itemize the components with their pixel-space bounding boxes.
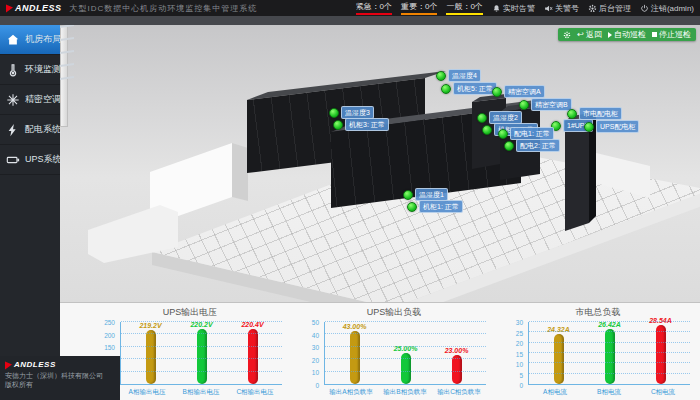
status-ok-dot-icon [477,113,487,123]
brand-logo-icon [5,360,12,369]
status-ok-dot-icon [441,84,451,94]
company-name: 安德力士（深圳）科技有限公司 [5,371,116,380]
battery-icon [6,153,20,167]
device-label-text: 精密空调B [531,98,572,111]
brand-logo-text: ANDLESS [15,3,62,13]
status-ok-dot-icon [567,109,577,119]
status-ok-dot-icon [498,129,508,139]
speaker-mute-icon [544,4,553,13]
status-ok-dot-icon [333,120,343,130]
home-icon [6,33,20,47]
bell-icon [492,4,501,13]
alarm-counter-minor[interactable]: 一般：0个 [446,1,482,15]
header-subbar [0,16,700,25]
sidebar-item-environment[interactable]: 环境监测 [0,55,60,85]
status-ok-dot-icon [519,100,529,110]
device-label-text: 机柜5: 正常 [453,82,497,95]
status-ok-dot-icon [504,141,514,151]
device-label[interactable]: 温湿度4 [436,69,481,82]
brand-logo: ANDLESS [6,3,62,13]
status-ok-dot-icon [436,71,446,81]
status-ok-dot-icon [482,125,492,135]
sidebar-nav: 机房布局 环境监测 精密空调 配电系统 UPS系统 [0,25,60,400]
sidebar-item-ups-system[interactable]: UPS系统 [0,145,60,175]
device-label[interactable]: 机柜5: 正常 [441,82,497,95]
device-label[interactable]: 市电配电柜 [567,107,622,120]
bolt-icon [6,123,20,137]
thermometer-icon [6,63,20,77]
status-ok-dot-icon [584,122,594,132]
menu-mute-alarm[interactable]: 关警号 [544,3,579,14]
footer-logo-text: ANDLESS [14,360,56,369]
menu-logout[interactable]: 注销(admin) [640,3,694,14]
status-ok-dot-icon [329,108,339,118]
status-ok-dot-icon [403,190,413,200]
alarm-counter-critical[interactable]: 紧急：0个 [356,1,392,15]
snowflake-icon [6,93,20,107]
device-label[interactable]: 精密空调B [519,98,572,111]
brand-logo-icon [6,4,13,13]
menu-admin-console[interactable]: 后台管理 [588,3,631,14]
sidebar-item-room-layout[interactable]: 机房布局 [0,25,60,55]
sidebar-item-precision-ac[interactable]: 精密空调 [0,85,60,115]
device-label[interactable]: 机柜3: 正常 [333,118,389,131]
device-labels-layer: 温湿度4机柜5: 正常精密空调A精密空调B温湿度3机柜3: 正常温湿度2机柜4:… [0,0,700,400]
device-label-text: UPS配电柜 [596,120,639,133]
status-ok-dot-icon [492,87,502,97]
app-window: ANDLESS 大型IDC数据中心机房动环境监控集中管理系统 紧急：0个 重要：… [0,0,700,400]
top-header: ANDLESS 大型IDC数据中心机房动环境监控集中管理系统 紧急：0个 重要：… [0,0,700,16]
device-label-text: 精密空调A [504,85,545,98]
device-label-text: 市电配电柜 [579,107,622,120]
device-label[interactable]: 机柜1: 正常 [407,200,463,213]
device-label[interactable]: 配电2: 正常 [504,139,560,152]
alarm-counter-major[interactable]: 重要：0个 [401,1,437,15]
menu-realtime-alarms[interactable]: 实时告警 [492,3,535,14]
copyright-text: 版权所有 [5,380,116,390]
logout-icon [640,4,649,13]
device-label-text: 机柜1: 正常 [419,200,463,213]
footer-brand-block: ANDLESS 安德力士（深圳）科技有限公司 版权所有 [0,356,120,400]
device-label-text: 配电2: 正常 [516,139,560,152]
status-ok-dot-icon [407,202,417,212]
page-title: 大型IDC数据中心机房动环境监控集中管理系统 [70,3,258,14]
device-label-text: 温湿度4 [448,69,481,82]
device-label-text: 机柜3: 正常 [345,118,389,131]
gear-icon [588,4,597,13]
device-label[interactable]: UPS配电柜 [584,120,639,133]
device-label[interactable]: 精密空调A [492,85,545,98]
sidebar-item-power-distribution[interactable]: 配电系统 [0,115,60,145]
